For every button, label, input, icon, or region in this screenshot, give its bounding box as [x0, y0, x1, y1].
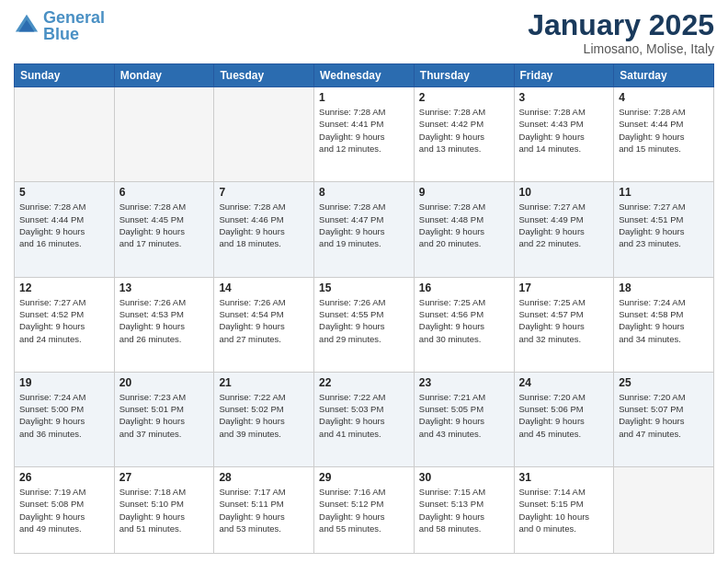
calendar-week-1: 1Sunrise: 7:28 AM Sunset: 4:41 PM Daylig… [15, 87, 714, 182]
header-tuesday: Tuesday [214, 64, 314, 87]
day-info: Sunrise: 7:28 AM Sunset: 4:46 PM Dayligh… [219, 201, 309, 249]
calendar-cell-w3-d6: 17Sunrise: 7:25 AM Sunset: 4:57 PM Dayli… [514, 277, 614, 372]
day-number: 27 [119, 471, 210, 484]
day-number: 7 [219, 186, 309, 199]
weekday-header-row: Sunday Monday Tuesday Wednesday Thursday… [15, 64, 714, 87]
day-number: 24 [519, 376, 609, 389]
day-number: 29 [319, 471, 409, 484]
title-area: January 2025 Limosano, Molise, Italy [528, 9, 714, 56]
day-info: Sunrise: 7:24 AM Sunset: 4:58 PM Dayligh… [619, 296, 709, 345]
calendar-cell-w5-d1: 26Sunrise: 7:19 AM Sunset: 5:08 PM Dayli… [15, 467, 115, 554]
day-number: 14 [219, 282, 309, 294]
day-number: 30 [419, 471, 509, 484]
calendar-cell-w1-d1 [15, 87, 115, 182]
day-info: Sunrise: 7:28 AM Sunset: 4:44 PM Dayligh… [619, 106, 709, 155]
day-info: Sunrise: 7:27 AM Sunset: 4:49 PM Dayligh… [519, 201, 609, 249]
logo-blue: Blue [43, 25, 79, 43]
calendar-cell-w4-d2: 20Sunrise: 7:23 AM Sunset: 5:01 PM Dayli… [114, 372, 214, 466]
day-info: Sunrise: 7:25 AM Sunset: 4:57 PM Dayligh… [519, 296, 609, 345]
day-number: 4 [619, 91, 709, 104]
calendar-cell-w2-d6: 10Sunrise: 7:27 AM Sunset: 4:49 PM Dayli… [514, 182, 614, 277]
day-number: 8 [319, 186, 409, 199]
day-info: Sunrise: 7:27 AM Sunset: 4:52 PM Dayligh… [19, 296, 109, 345]
logo: General Blue [14, 9, 105, 42]
calendar-week-2: 5Sunrise: 7:28 AM Sunset: 4:44 PM Daylig… [15, 182, 714, 277]
day-info: Sunrise: 7:26 AM Sunset: 4:55 PM Dayligh… [319, 296, 409, 345]
day-number: 17 [519, 282, 609, 294]
day-info: Sunrise: 7:24 AM Sunset: 5:00 PM Dayligh… [19, 391, 109, 440]
header: General Blue January 2025 Limosano, Moli… [14, 9, 714, 56]
day-number: 1 [319, 91, 409, 104]
day-info: Sunrise: 7:22 AM Sunset: 5:03 PM Dayligh… [319, 391, 409, 440]
calendar-cell-w5-d3: 28Sunrise: 7:17 AM Sunset: 5:11 PM Dayli… [214, 467, 314, 554]
day-number: 19 [19, 376, 109, 389]
day-number: 18 [619, 282, 709, 294]
day-info: Sunrise: 7:14 AM Sunset: 5:15 PM Dayligh… [519, 486, 609, 534]
day-number: 22 [319, 376, 409, 389]
day-info: Sunrise: 7:26 AM Sunset: 4:54 PM Dayligh… [219, 296, 309, 345]
day-number: 25 [619, 376, 709, 389]
calendar-cell-w4-d5: 23Sunrise: 7:21 AM Sunset: 5:05 PM Dayli… [414, 372, 514, 466]
calendar-cell-w3-d5: 16Sunrise: 7:25 AM Sunset: 4:56 PM Dayli… [414, 277, 514, 372]
day-number: 26 [19, 471, 109, 484]
day-number: 20 [119, 376, 210, 389]
day-info: Sunrise: 7:28 AM Sunset: 4:48 PM Dayligh… [419, 201, 509, 249]
day-info: Sunrise: 7:28 AM Sunset: 4:47 PM Dayligh… [319, 201, 409, 249]
day-info: Sunrise: 7:23 AM Sunset: 5:01 PM Dayligh… [119, 391, 210, 440]
calendar-cell-w4-d3: 21Sunrise: 7:22 AM Sunset: 5:02 PM Dayli… [214, 372, 314, 466]
calendar-week-5: 26Sunrise: 7:19 AM Sunset: 5:08 PM Dayli… [15, 467, 714, 554]
logo-text: General Blue [43, 9, 105, 42]
calendar-week-4: 19Sunrise: 7:24 AM Sunset: 5:00 PM Dayli… [15, 372, 714, 466]
day-info: Sunrise: 7:28 AM Sunset: 4:41 PM Dayligh… [319, 106, 409, 155]
day-info: Sunrise: 7:17 AM Sunset: 5:11 PM Dayligh… [219, 486, 309, 534]
day-info: Sunrise: 7:28 AM Sunset: 4:45 PM Dayligh… [119, 201, 210, 249]
calendar-cell-w3-d4: 15Sunrise: 7:26 AM Sunset: 4:55 PM Dayli… [314, 277, 415, 372]
calendar-cell-w2-d5: 9Sunrise: 7:28 AM Sunset: 4:48 PM Daylig… [414, 182, 514, 277]
day-number: 12 [19, 282, 109, 294]
day-info: Sunrise: 7:20 AM Sunset: 5:07 PM Dayligh… [619, 391, 709, 440]
day-number: 6 [119, 186, 210, 199]
page: General Blue January 2025 Limosano, Moli… [0, 0, 728, 563]
calendar-cell-w5-d2: 27Sunrise: 7:18 AM Sunset: 5:10 PM Dayli… [114, 467, 214, 554]
calendar-cell-w5-d6: 31Sunrise: 7:14 AM Sunset: 5:15 PM Dayli… [514, 467, 614, 554]
calendar-cell-w1-d5: 2Sunrise: 7:28 AM Sunset: 4:42 PM Daylig… [414, 87, 514, 182]
calendar-cell-w1-d7: 4Sunrise: 7:28 AM Sunset: 4:44 PM Daylig… [614, 87, 714, 182]
header-sunday: Sunday [15, 64, 115, 87]
header-wednesday: Wednesday [314, 64, 415, 87]
day-number: 16 [419, 282, 509, 294]
calendar-cell-w3-d2: 13Sunrise: 7:26 AM Sunset: 4:53 PM Dayli… [114, 277, 214, 372]
day-info: Sunrise: 7:20 AM Sunset: 5:06 PM Dayligh… [519, 391, 609, 440]
day-number: 9 [419, 186, 509, 199]
day-number: 15 [319, 282, 409, 294]
calendar-cell-w1-d3 [214, 87, 314, 182]
month-title: January 2025 [528, 9, 714, 41]
calendar-cell-w5-d4: 29Sunrise: 7:16 AM Sunset: 5:12 PM Dayli… [314, 467, 415, 554]
calendar-cell-w2-d3: 7Sunrise: 7:28 AM Sunset: 4:46 PM Daylig… [214, 182, 314, 277]
day-info: Sunrise: 7:28 AM Sunset: 4:43 PM Dayligh… [519, 106, 609, 155]
calendar-cell-w3-d3: 14Sunrise: 7:26 AM Sunset: 4:54 PM Dayli… [214, 277, 314, 372]
calendar-cell-w4-d4: 22Sunrise: 7:22 AM Sunset: 5:03 PM Dayli… [314, 372, 415, 466]
header-monday: Monday [114, 64, 214, 87]
header-thursday: Thursday [414, 64, 514, 87]
calendar-cell-w1-d2 [114, 87, 214, 182]
logo-icon [14, 13, 40, 39]
day-info: Sunrise: 7:25 AM Sunset: 4:56 PM Dayligh… [419, 296, 509, 345]
day-info: Sunrise: 7:18 AM Sunset: 5:10 PM Dayligh… [119, 486, 210, 534]
calendar-cell-w2-d2: 6Sunrise: 7:28 AM Sunset: 4:45 PM Daylig… [114, 182, 214, 277]
day-number: 3 [519, 91, 609, 104]
calendar-cell-w3-d7: 18Sunrise: 7:24 AM Sunset: 4:58 PM Dayli… [614, 277, 714, 372]
day-number: 10 [519, 186, 609, 199]
calendar-cell-w2-d7: 11Sunrise: 7:27 AM Sunset: 4:51 PM Dayli… [614, 182, 714, 277]
day-info: Sunrise: 7:26 AM Sunset: 4:53 PM Dayligh… [119, 296, 210, 345]
day-number: 28 [219, 471, 309, 484]
logo-general: General [43, 8, 105, 27]
day-number: 31 [519, 471, 609, 484]
calendar-cell-w4-d7: 25Sunrise: 7:20 AM Sunset: 5:07 PM Dayli… [614, 372, 714, 466]
day-number: 2 [419, 91, 509, 104]
day-info: Sunrise: 7:16 AM Sunset: 5:12 PM Dayligh… [319, 486, 409, 534]
day-info: Sunrise: 7:15 AM Sunset: 5:13 PM Dayligh… [419, 486, 509, 534]
calendar-cell-w1-d6: 3Sunrise: 7:28 AM Sunset: 4:43 PM Daylig… [514, 87, 614, 182]
day-info: Sunrise: 7:22 AM Sunset: 5:02 PM Dayligh… [219, 391, 309, 440]
calendar-week-3: 12Sunrise: 7:27 AM Sunset: 4:52 PM Dayli… [15, 277, 714, 372]
day-info: Sunrise: 7:28 AM Sunset: 4:44 PM Dayligh… [19, 201, 109, 249]
